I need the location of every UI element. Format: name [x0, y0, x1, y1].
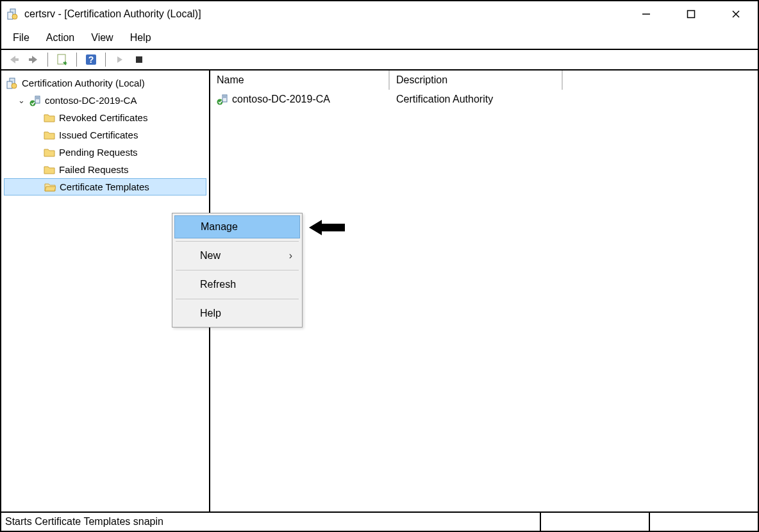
- context-new[interactable]: New: [174, 244, 300, 267]
- arrow-annotation: [309, 218, 345, 237]
- context-manage[interactable]: Manage: [174, 215, 300, 238]
- folder-icon: [44, 147, 55, 158]
- folder-icon: [44, 129, 55, 141]
- toolbar-sep: [47, 53, 48, 67]
- toolbar-sep: [105, 53, 106, 67]
- svg-rect-7: [15, 58, 19, 61]
- toolbar: ?: [1, 49, 758, 71]
- context-sep: [176, 241, 299, 242]
- folder-icon: [44, 164, 55, 176]
- statusbar: Starts Certificate Templates snapin: [1, 511, 758, 531]
- close-button[interactable]: [723, 4, 749, 24]
- svg-point-2: [12, 14, 17, 19]
- folder-icon: [44, 112, 55, 124]
- tree-ca-label: contoso-DC-2019-CA: [45, 95, 137, 106]
- context-manage-label: Manage: [201, 221, 238, 233]
- server-check-icon: [217, 94, 228, 105]
- list-header: Name Description: [210, 71, 758, 90]
- menu-help[interactable]: Help: [128, 29, 154, 46]
- folder-open-icon: [44, 181, 56, 193]
- context-menu: Manage New Refresh Help: [172, 213, 303, 328]
- column-description[interactable]: Description: [390, 71, 563, 90]
- app-icon: [6, 8, 19, 21]
- minimize-button[interactable]: [633, 4, 659, 24]
- app-window: certsrv - [Certification Authority (Loca…: [0, 0, 759, 532]
- context-new-label: New: [200, 250, 221, 262]
- body: Certification Authority (Local) ⌄ contos…: [1, 71, 758, 511]
- refresh-snapin-button[interactable]: [54, 52, 70, 67]
- stop-button[interactable]: [131, 52, 147, 67]
- tree-item-label: Issued Certificates: [59, 129, 138, 140]
- list-row[interactable]: contoso-DC-2019-CA Certification Authori…: [210, 90, 758, 109]
- menu-action[interactable]: Action: [44, 29, 77, 46]
- tree-root-label: Certification Authority (Local): [22, 78, 145, 88]
- tree-item-label: Revoked Certificates: [59, 112, 147, 123]
- context-refresh[interactable]: Refresh: [174, 273, 300, 296]
- collapse-icon[interactable]: ⌄: [17, 96, 26, 105]
- tree-ca-node[interactable]: ⌄ contoso-DC-2019-CA: [4, 92, 206, 109]
- tree-item-label: Pending Requests: [59, 147, 138, 158]
- server-check-icon: [29, 95, 41, 106]
- menu-view[interactable]: View: [88, 29, 115, 46]
- tree-item-templates[interactable]: Certificate Templates: [4, 178, 206, 195]
- column-name-label: Name: [217, 74, 244, 86]
- svg-point-16: [30, 100, 36, 106]
- svg-rect-4: [688, 10, 695, 17]
- column-desc-label: Description: [396, 74, 447, 86]
- forward-button[interactable]: [26, 52, 41, 67]
- menubar: File Action View Help: [1, 27, 758, 49]
- context-help-label: Help: [200, 308, 221, 319]
- maximize-button[interactable]: [678, 4, 704, 24]
- tree-item-pending[interactable]: Pending Requests: [4, 144, 206, 161]
- context-sep: [176, 270, 299, 270]
- titlebar: certsrv - [Certification Authority (Loca…: [1, 1, 758, 27]
- svg-rect-8: [29, 58, 33, 61]
- svg-point-20: [217, 99, 223, 105]
- toolbar-sep: [76, 53, 77, 67]
- tree-item-label: Failed Requests: [59, 164, 128, 175]
- column-name[interactable]: Name: [210, 71, 390, 90]
- status-cell-2: [540, 513, 649, 531]
- row-desc: Certification Authority: [396, 94, 493, 105]
- ca-root-icon: [6, 78, 18, 89]
- context-sep: [176, 299, 299, 299]
- tree-root[interactable]: Certification Authority (Local): [4, 74, 206, 92]
- status-text: Starts Certificate Templates snapin: [1, 516, 540, 528]
- status-cell-3: [649, 513, 758, 531]
- back-button[interactable]: [6, 52, 22, 67]
- context-help[interactable]: Help: [174, 302, 300, 325]
- tree-item-revoked[interactable]: Revoked Certificates: [4, 109, 206, 126]
- svg-rect-12: [136, 56, 142, 63]
- tree-item-failed[interactable]: Failed Requests: [4, 161, 206, 178]
- tree-item-issued[interactable]: Issued Certificates: [4, 126, 206, 144]
- svg-text:?: ?: [88, 54, 94, 65]
- play-button[interactable]: [112, 52, 128, 67]
- row-name: contoso-DC-2019-CA: [232, 94, 330, 105]
- svg-point-15: [12, 83, 17, 88]
- help-button[interactable]: ?: [83, 52, 99, 67]
- window-title: certsrv - [Certification Authority (Loca…: [24, 8, 201, 20]
- tree-item-label: Certificate Templates: [60, 181, 149, 192]
- context-refresh-label: Refresh: [200, 279, 236, 290]
- menu-file[interactable]: File: [10, 29, 32, 46]
